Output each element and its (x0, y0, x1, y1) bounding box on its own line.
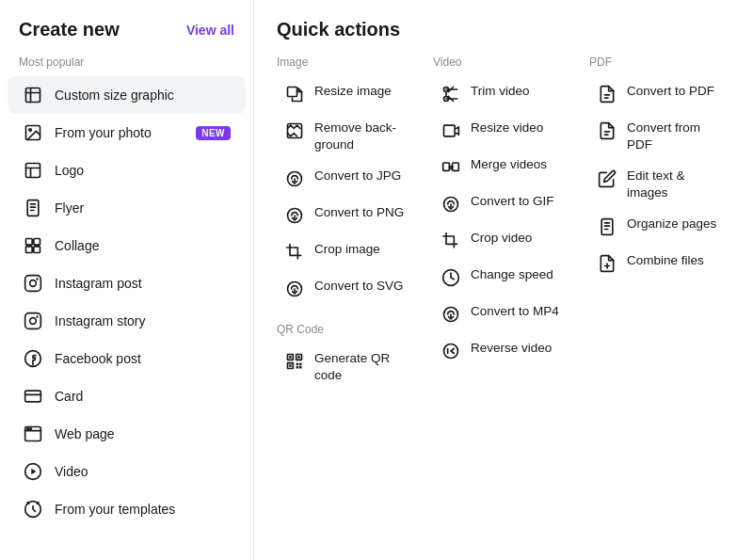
svg-rect-51 (443, 163, 450, 170)
nav-item-video-label: Video (55, 464, 88, 479)
qa-remove-background[interactable]: Remove back­ground (277, 113, 418, 159)
nav-item-collage[interactable]: Collage (8, 227, 246, 264)
crop-image-label: Crop image (314, 241, 380, 258)
combine-files-icon (597, 253, 617, 274)
qa-convert-jpg[interactable]: Convert to JPG (277, 161, 418, 196)
nav-item-flyer[interactable]: Flyer (8, 189, 246, 227)
qa-trim-video[interactable]: Trim video (433, 76, 574, 111)
video-icon (23, 461, 43, 482)
nav-item-video[interactable]: Video (8, 453, 246, 490)
svg-rect-50 (444, 125, 456, 136)
templates-icon (23, 499, 43, 520)
qa-convert-to-pdf[interactable]: Convert to PDF (589, 76, 730, 111)
qa-convert-png[interactable]: Convert to PNG (277, 198, 418, 232)
flyer-icon (23, 198, 43, 218)
image-section-label: Image (277, 56, 418, 69)
qa-generate-qr[interactable]: Generate QR code (277, 344, 418, 390)
instagram-story-icon (23, 311, 43, 331)
nav-item-flyer-label: Flyer (55, 200, 84, 216)
nav-item-logo[interactable]: Logo (8, 152, 246, 189)
svg-rect-38 (289, 356, 292, 359)
convert-mp4-label: Convert to MP4 (471, 303, 559, 320)
qa-resize-video[interactable]: Resize video (433, 113, 574, 148)
change-speed-icon (441, 267, 461, 288)
nav-item-card-label: Card (55, 389, 83, 404)
svg-rect-14 (25, 276, 41, 292)
nav-item-instagram-story[interactable]: Instagram story (8, 302, 246, 340)
nav-item-logo-label: Logo (55, 163, 84, 178)
nav-item-web-page[interactable]: Web page (8, 415, 246, 453)
left-header: Create new View all (0, 19, 253, 52)
qa-resize-image[interactable]: Resize image (277, 76, 418, 111)
convert-from-pdf-icon (597, 120, 617, 141)
remove-background-label: Remove back­ground (314, 120, 410, 152)
reverse-video-icon (441, 341, 461, 361)
video-column: Video Trim video (433, 56, 574, 392)
qa-convert-gif[interactable]: Convert to GIF (433, 186, 574, 221)
collage-icon (23, 235, 43, 256)
svg-point-18 (30, 318, 37, 325)
qr-code-label: QR Code (277, 323, 418, 336)
svg-rect-42 (299, 366, 302, 369)
svg-point-16 (37, 279, 38, 280)
edit-text-images-icon (597, 168, 617, 189)
svg-rect-17 (25, 313, 41, 329)
new-badge: NEW (196, 126, 231, 140)
nav-item-facebook-post[interactable]: Facebook post (8, 340, 246, 377)
convert-from-pdf-label: Convert from PDF (627, 120, 723, 152)
qa-change-speed[interactable]: Change speed (433, 260, 574, 295)
resize-video-icon (441, 120, 461, 141)
right-panel: Quick actions Image Resize image (254, 0, 753, 560)
trim-video-icon (441, 84, 461, 104)
facebook-icon (23, 348, 43, 369)
svg-rect-39 (297, 356, 300, 359)
qa-merge-videos[interactable]: Merge videos (433, 150, 574, 184)
nav-item-instagram-post[interactable]: Instagram post (8, 264, 246, 302)
qa-convert-from-pdf[interactable]: Convert from PDF (589, 113, 730, 159)
nav-item-card[interactable]: Card (8, 377, 246, 415)
left-panel: Create new View all Most popular Custom … (0, 0, 254, 560)
organize-pages-icon (597, 216, 617, 237)
svg-rect-40 (289, 364, 292, 367)
qa-crop-video[interactable]: Crop video (433, 223, 574, 258)
quick-actions-title: Quick actions (277, 19, 730, 40)
nav-item-from-templates-label: From your templates (55, 502, 175, 517)
generate-qr-label: Generate QR code (314, 350, 410, 383)
organize-pages-label: Organize pages (627, 216, 716, 232)
merge-videos-icon (441, 157, 461, 178)
remove-bg-icon (284, 120, 305, 141)
nav-item-web-page-label: Web page (55, 426, 115, 441)
qa-convert-svg[interactable]: Convert to SVG (277, 271, 418, 306)
svg-point-25 (27, 428, 29, 430)
nav-item-from-templates[interactable]: From your templates (8, 490, 246, 528)
view-all-link[interactable]: View all (186, 23, 234, 38)
qa-convert-mp4[interactable]: Convert to MP4 (433, 296, 574, 331)
merge-videos-label: Merge videos (471, 156, 547, 173)
combine-files-label: Combine files (627, 252, 704, 269)
convert-gif-label: Convert to GIF (471, 193, 554, 210)
qa-combine-files[interactable]: Combine files (589, 246, 730, 280)
resize-video-label: Resize video (471, 120, 543, 136)
convert-to-pdf-icon (597, 84, 617, 104)
convert-svg-icon (284, 279, 305, 299)
svg-rect-5 (26, 164, 40, 178)
qa-organize-pages[interactable]: Organize pages (589, 209, 730, 244)
qa-edit-text-images[interactable]: Edit text & images (589, 161, 730, 207)
logo-icon (23, 160, 43, 181)
nav-item-collage-label: Collage (55, 238, 99, 253)
nav-item-from-photo[interactable]: From your photo NEW (8, 114, 246, 152)
nav-item-custom-size[interactable]: Custom size graphic (8, 76, 246, 114)
qa-reverse-video[interactable]: Reverse video (433, 333, 574, 368)
svg-rect-21 (25, 391, 41, 402)
svg-rect-13 (34, 247, 40, 253)
svg-point-4 (29, 129, 31, 132)
pdf-column: PDF Convert to PDF (589, 56, 730, 392)
photo-icon (23, 122, 43, 143)
change-speed-label: Change speed (471, 266, 553, 283)
svg-marker-28 (31, 469, 36, 475)
webpage-icon (23, 424, 43, 444)
svg-rect-12 (26, 247, 33, 253)
qa-crop-image[interactable]: Crop image (277, 234, 418, 269)
reverse-video-label: Reverse video (471, 340, 552, 357)
crop-video-icon (441, 231, 461, 251)
